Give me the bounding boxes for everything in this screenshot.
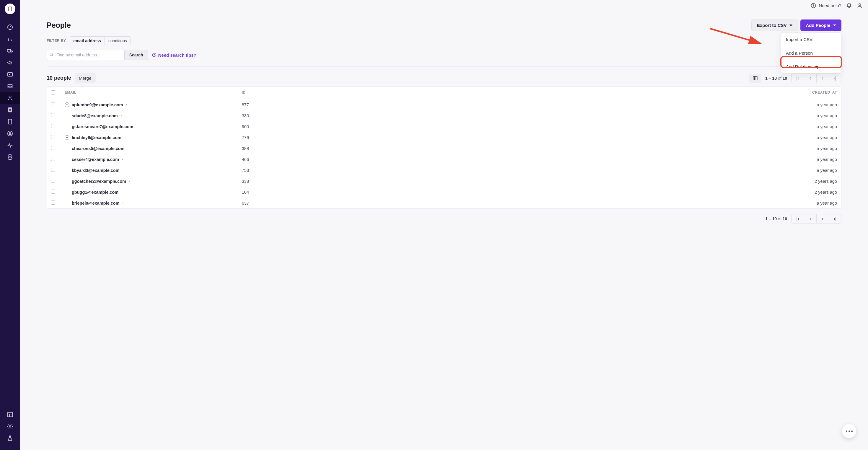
search-icon [49, 52, 54, 57]
help-link[interactable]: Need help? [810, 3, 841, 8]
nav-terminal-icon[interactable] [0, 68, 20, 80]
help-label: Need help? [819, 3, 841, 8]
table-row[interactable]: kbyard3@example.com›753a year ago [47, 165, 841, 176]
row-checkbox[interactable] [51, 102, 55, 106]
nav-gauge-icon[interactable] [0, 21, 20, 33]
search-tips-label: Need search tips? [158, 53, 196, 58]
filter-chip-conditions[interactable]: conditions [104, 37, 130, 45]
select-all-checkbox[interactable] [51, 90, 55, 94]
nav-database-icon[interactable] [0, 151, 20, 163]
dropdown-import-csv[interactable]: Import a CSV [781, 33, 841, 46]
row-email[interactable]: sdade8@example.com› [65, 113, 242, 118]
row-created: a year ago [778, 146, 837, 151]
row-email[interactable]: ggoatcher2@example.com› [65, 179, 242, 184]
row-created: a year ago [778, 113, 837, 118]
bell-icon[interactable] [846, 3, 852, 8]
table-row[interactable]: gbugg1@example.com›1042 years ago [47, 187, 841, 198]
unsubscribed-icon [65, 102, 69, 107]
row-email[interactable]: linchley6@example.com› [65, 135, 242, 140]
row-checkbox[interactable] [51, 146, 55, 150]
page-first-button[interactable]: |‹ [792, 214, 804, 223]
table-row[interactable]: briepel0@example.com›637a year ago [47, 198, 841, 208]
chevron-right-icon: › [123, 201, 123, 205]
table-row[interactable]: chearons5@example.com›388a year ago [47, 143, 841, 154]
row-checkbox[interactable] [51, 168, 55, 172]
row-checkbox[interactable] [51, 189, 55, 194]
row-email[interactable]: gstaresmeare7@example.com› [65, 124, 242, 129]
row-checkbox[interactable] [51, 179, 55, 183]
chevron-down-icon [833, 25, 836, 26]
dropdown-add-relationships[interactable]: Add Relationships [781, 60, 841, 73]
table-row[interactable]: aplumbe9@example.com›877a year ago [47, 99, 841, 110]
search-button[interactable]: Search [124, 50, 148, 60]
table-row[interactable]: ggoatcher2@example.com›3382 years ago [47, 176, 841, 187]
row-id: 338 [242, 179, 778, 184]
email-text: cesser4@example.com [72, 157, 119, 162]
row-checkbox[interactable] [51, 201, 55, 205]
chevron-right-icon: › [128, 147, 128, 150]
export-csv-button[interactable]: Export to CSV [751, 20, 798, 31]
search-input[interactable] [46, 50, 124, 60]
table-row[interactable]: linchley6@example.com›776a year ago [47, 132, 841, 143]
page-prev-button[interactable]: ‹ [804, 74, 816, 83]
merge-button[interactable]: Merge [75, 73, 96, 83]
chevron-right-icon: › [129, 180, 130, 183]
chevron-right-icon: › [123, 169, 123, 172]
page-next-button[interactable]: › [816, 214, 829, 223]
filter-chip-email[interactable]: email address [70, 37, 104, 45]
page-first-button[interactable]: |‹ [792, 74, 804, 83]
row-checkbox[interactable] [51, 157, 55, 161]
more-fab[interactable] [842, 424, 856, 438]
nav-user-icon[interactable] [0, 92, 20, 104]
row-created: a year ago [778, 124, 837, 129]
nav-layout-icon[interactable] [0, 409, 20, 420]
row-checkbox[interactable] [51, 113, 55, 117]
table-row[interactable]: cesser4@example.com›466a year ago [47, 154, 841, 165]
page-prev-button[interactable]: ‹ [804, 214, 816, 223]
unsubscribed-icon [65, 135, 69, 140]
workspace-logo[interactable] [5, 4, 16, 14]
chevron-right-icon: › [136, 125, 137, 128]
page-next-button[interactable]: › [816, 74, 829, 83]
nav-building-icon[interactable] [0, 116, 20, 127]
svg-point-18 [9, 109, 11, 110]
row-email[interactable]: kbyard3@example.com› [65, 168, 242, 173]
nav-activity-icon[interactable] [0, 139, 20, 151]
page-last-button[interactable]: ›| [829, 74, 841, 83]
row-email[interactable]: briepel0@example.com› [65, 201, 242, 206]
nav-megaphone-icon[interactable] [0, 57, 20, 68]
row-email[interactable]: aplumbe9@example.com› [65, 102, 242, 107]
table-row[interactable]: sdade8@example.com›330a year ago [47, 110, 841, 121]
nav-inbox-icon[interactable] [0, 80, 20, 92]
add-people-button[interactable]: Add People [800, 20, 841, 31]
row-checkbox[interactable] [51, 135, 55, 139]
nav-gear-icon[interactable] [0, 420, 20, 432]
row-email[interactable]: cesser4@example.com› [65, 157, 242, 162]
pagination-text-bottom: 1 – 10 of 10 [765, 216, 787, 221]
page-last-button[interactable]: ›| [829, 214, 841, 223]
columns-button[interactable] [749, 74, 761, 83]
row-id: 877 [242, 102, 778, 107]
svg-point-28 [8, 155, 12, 156]
nav-id-badge-icon[interactable] [0, 104, 20, 116]
email-text: ggoatcher2@example.com [72, 179, 126, 184]
search-tips-link[interactable]: Need search tips? [152, 53, 196, 58]
row-email[interactable]: chearons5@example.com› [65, 146, 242, 151]
nav-bar-chart-icon[interactable] [0, 33, 20, 45]
nav-truck-icon[interactable] [0, 45, 20, 57]
row-email[interactable]: gbugg1@example.com› [65, 190, 242, 194]
row-created: a year ago [778, 157, 837, 162]
row-id: 900 [242, 124, 778, 129]
table-row[interactable]: gstaresmeare7@example.com›900a year ago [47, 121, 841, 132]
nav-flask-icon[interactable] [0, 432, 20, 444]
dropdown-add-person[interactable]: Add a Person [781, 46, 841, 60]
sidebar [0, 0, 20, 450]
row-id: 330 [242, 113, 778, 118]
row-created: a year ago [778, 168, 837, 173]
chevron-down-icon [789, 25, 793, 26]
profile-icon[interactable] [857, 3, 863, 8]
col-created: created_at [778, 90, 837, 95]
email-text: sdade8@example.com [72, 113, 118, 118]
nav-target-icon[interactable] [0, 127, 20, 139]
row-checkbox[interactable] [51, 124, 55, 128]
